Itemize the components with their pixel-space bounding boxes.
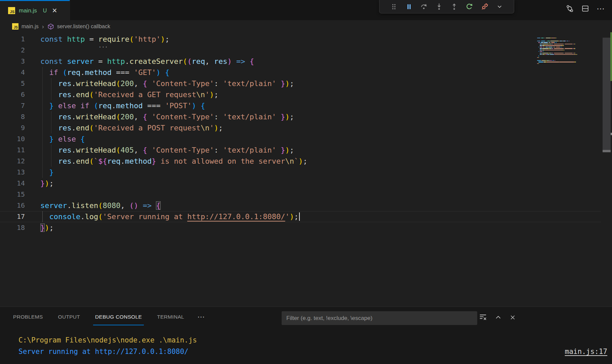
code-line-9[interactable]: 9 res.end('Received a POST request\n'); [0,122,601,133]
breadcrumb-symbol[interactable]: server.listen() callback [57,24,110,30]
vscode-window: JS main.js U ✕ ⋯ [0,0,612,364]
code-line-11[interactable]: 11 res.writeHead(405, { 'Content-Type': … [0,145,601,156]
bottom-panel: PROBLEMSOUTPUTDEBUG CONSOLETERMINAL⋯ C:\… [0,307,612,364]
console-text: Server running at http://127.0.0.1:8080/ [18,348,189,356]
breadcrumb-file[interactable]: main.js [22,24,39,30]
panel-tab-terminal[interactable]: TERMINAL [156,312,185,322]
editor-title-actions: ⋯ [566,4,605,13]
debug-console-output: C:\Program Files\nodejs\node.exe .\main.… [18,334,607,357]
code-line-16[interactable]: 16server.listen(8080, () => { [0,200,601,211]
close-panel-icon[interactable] [509,314,516,322]
step-out-icon[interactable] [448,2,460,12]
clear-console-icon[interactable] [479,313,487,323]
line-number: 17 [0,211,25,222]
console-row: C:\Program Files\nodejs\node.exe .\main.… [18,334,607,346]
line-number: 12 [0,156,25,167]
code-text: } else { [40,133,85,145]
disconnect-icon[interactable] [479,2,491,12]
code-text: res.writeHead(405, { 'Content-Type': 'te… [40,145,294,156]
debug-console-filter-input[interactable] [282,311,477,325]
code-text: } else if (req.method === 'POST') { [40,100,205,111]
panel-tab-problems[interactable]: PROBLEMS [12,312,44,322]
code-text: const server = http.createServer((req, r… [40,56,254,67]
split-editor-icon[interactable] [581,4,589,13]
line-number: 16 [0,200,25,211]
line-number: 6 [0,89,25,100]
maximize-panel-chevron-icon[interactable] [495,314,502,322]
code-line-5[interactable]: 5 res.writeHead(200, { 'Content-Type': '… [0,78,601,89]
scrollbar-slider[interactable] [603,38,611,152]
panel-tab-output[interactable]: OUTPUT [57,312,81,322]
code-text: res.writeHead(200, { 'Content-Type': 'te… [40,111,294,122]
code-text: } [40,167,54,178]
code-text: res.writeHead(200, { 'Content-Type': 'te… [40,78,294,89]
line-number: 5 [0,78,25,89]
chevron-right-icon: › [42,24,44,30]
close-tab-icon[interactable]: ✕ [52,7,57,14]
code-line-15[interactable]: 15 [0,189,601,200]
line-number: 3 [0,56,25,67]
code-line-17[interactable]: 17 console.log('Server running at http:/… [0,211,601,222]
line-number: 13 [0,167,25,178]
git-untracked-badge: U [43,8,47,14]
line-number: 10 [0,133,25,145]
minimap[interactable] [537,38,587,75]
editor-tab-bar: JS main.js U ✕ ⋯ [0,0,612,21]
console-source-link[interactable]: main.js:17 [565,346,607,357]
code-line-2[interactable]: 2 [0,45,601,56]
code-line-8[interactable]: 8 res.writeHead(200, { 'Content-Type': '… [0,111,601,122]
line-number: 9 [0,122,25,133]
debug-menu-chevron-icon[interactable] [494,2,506,12]
gripper-icon[interactable] [388,2,400,12]
code-line-4[interactable]: 4 if (req.method === 'GET') { [0,67,601,78]
code-text: res.end('Received a POST request\n'); [40,122,223,133]
restart-icon[interactable] [463,2,476,12]
code-line-3[interactable]: 3const server = http.createServer((req, … [0,56,601,67]
javascript-file-icon: JS [12,23,18,30]
line-number: 7 [0,100,25,111]
line-number: 15 [0,189,25,200]
console-row: Server running at http://127.0.0.1:8080/… [18,346,607,357]
breadcrumb: JS main.js › server.listen() callback [0,20,612,33]
line-number: 14 [0,178,25,189]
javascript-file-icon: JS [8,7,15,14]
code-editor[interactable]: 1const http = require('http');23const se… [0,33,612,308]
line-number: 2 [0,45,25,56]
code-text: res.end(`${req.method} is not allowed on… [40,156,308,167]
line-number: 11 [0,145,25,156]
code-line-18[interactable]: 18}); [0,222,601,233]
console-text: C:\Program Files\nodejs\node.exe .\main.… [18,336,197,344]
code-text: console.log('Server running at http://12… [40,211,300,222]
tab-main-js[interactable]: JS main.js U ✕ [0,0,70,20]
debug-toolbar [379,0,514,13]
code-text: if (req.method === 'GET') { [40,67,169,78]
line-number: 18 [0,222,25,233]
line-number: 1 [0,34,25,45]
panel-tab-debug-console[interactable]: DEBUG CONSOLE [94,312,142,322]
panel-tab-bar: PROBLEMSOUTPUTDEBUG CONSOLETERMINAL⋯ [0,307,205,327]
code-text: }); [40,222,54,233]
code-line-10[interactable]: 10 } else { [0,133,601,145]
scrollbar-slider-edge [603,150,611,152]
code-line-13[interactable]: 13 } [0,167,601,178]
code-line-14[interactable]: 14}); [0,178,601,189]
step-into-icon[interactable] [433,2,445,12]
code-line-12[interactable]: 12 res.end(`${req.method} is not allowed… [0,156,601,167]
code-line-6[interactable]: 6 res.end('Received a GET request\n'); [0,89,601,100]
code-text: }); [40,178,54,189]
pause-icon[interactable] [403,2,415,12]
overview-ruler-cursor-marker [611,133,612,135]
code-text: server.listen(8080, () => { [40,200,161,211]
compare-changes-icon[interactable] [566,4,574,13]
text-cursor [299,212,300,221]
step-over-icon[interactable] [418,2,430,12]
panel-actions [479,313,516,323]
panel-more-actions-icon[interactable]: ⋯ [197,313,205,321]
code-line-7[interactable]: 7 } else if (req.method === 'POST') { [0,100,601,111]
symbol-cube-icon [47,23,54,30]
code-line-1[interactable]: 1const http = require('http'); [0,34,601,45]
code-text: const http = require('http'); [40,34,169,45]
overview-ruler-added-marker [610,32,612,81]
tab-title: main.js [19,7,37,14]
line-number: 8 [0,111,25,122]
